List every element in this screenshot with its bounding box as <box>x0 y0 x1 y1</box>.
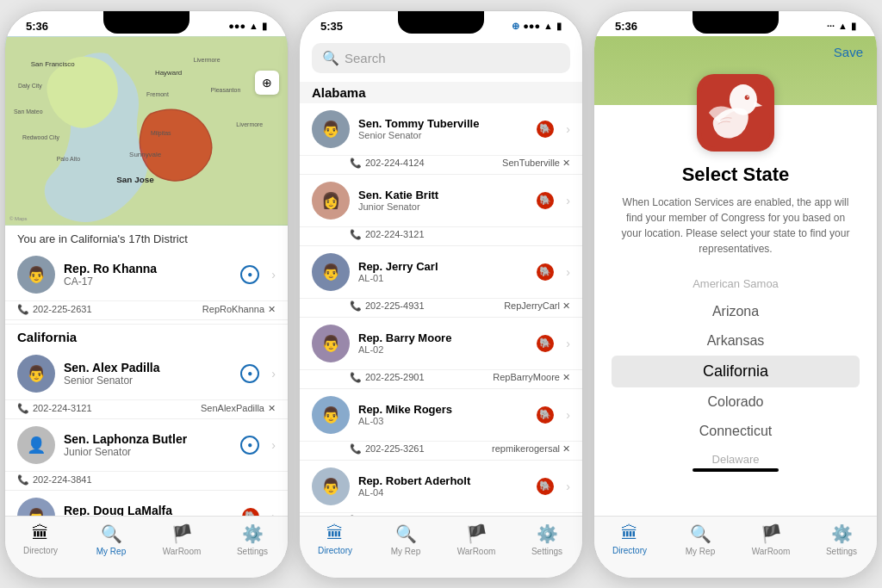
rep-item-butler[interactable]: 👤 Sen. Laphonza Butler Junior Senator ● … <box>5 419 288 472</box>
twitter-carl: RepJerryCarl ✕ <box>504 300 570 312</box>
party-aderholt: 🐘 <box>537 478 554 495</box>
state-option-american-samoa[interactable]: American Samoa <box>594 270 877 297</box>
info-butler: Sen. Laphonza Butler Junior Senator <box>64 432 232 458</box>
battery-icon-1: ▮ <box>262 21 267 32</box>
tab-myrep-1[interactable]: 🔍 My Rep <box>76 523 146 556</box>
avatar-aderholt: 👨 <box>312 467 350 505</box>
dir-rep-rogers[interactable]: 👨 Rep. Mike Rogers AL-03 🐘 › <box>300 389 582 442</box>
tab-bar-2: 🏛 Directory 🔍 My Rep 🏴 WarRoom ⚙️ Settin… <box>300 516 582 578</box>
tab-myrep-label-3: My Rep <box>686 547 715 556</box>
location-button[interactable]: ⊕ <box>255 71 279 95</box>
section-header-alabama: Alabama <box>300 82 582 103</box>
twitter-icon-khanna: ✕ <box>268 304 276 315</box>
twitter-tuberville: SenTuberville ✕ <box>502 158 570 169</box>
phone-num-moore: 202-225-2901 <box>365 372 425 382</box>
twitter-icon-padilla: ✕ <box>268 403 276 414</box>
dir-rep-britt[interactable]: 👩 Sen. Katie Britt Junior Senator 🐘 › <box>300 175 582 227</box>
phone-num-khanna: 202-225-2631 <box>33 304 92 314</box>
status-time-2: 5:35 <box>320 20 343 33</box>
tab-warroom-2[interactable]: 🏴 WarRoom <box>441 523 512 556</box>
tab-directory-2[interactable]: 🏛 Directory <box>300 523 370 555</box>
chevron-aderholt: › <box>566 480 570 493</box>
chevron-tuberville: › <box>566 122 570 136</box>
avatar-moore: 👨 <box>312 325 350 362</box>
state-option-arkansas[interactable]: Arkansas <box>594 326 877 356</box>
title-butler: Junior Senator <box>64 446 232 458</box>
tab-directory-label-2: Directory <box>318 546 352 555</box>
phone-khanna: 📞 202-225-2631 RepRoKhanna ✕ <box>5 301 288 320</box>
title-khanna: CA-17 <box>64 275 232 288</box>
battery-icon-2: ▮ <box>556 21 562 32</box>
svg-text:San Francisco: San Francisco <box>31 60 75 68</box>
tab-settings-label-1: Settings <box>237 547 268 556</box>
wifi-icon-1: ▲ <box>249 21 258 31</box>
location-status-icon: ⊕ <box>512 21 519 32</box>
map-svg: San Francisco Daly City San Mateo Haywar… <box>5 36 288 226</box>
phone-num-rogers: 202-225-3261 <box>365 443 425 454</box>
tab-warroom-label-2: WarRoom <box>457 547 496 556</box>
phone-num-carl: 202-225-4931 <box>365 300 425 311</box>
twitter-padilla: SenAlexPadilla ✕ <box>201 403 276 414</box>
tab-myrep-label-1: My Rep <box>96 547 126 556</box>
dir-rep-moore[interactable]: 👨 Rep. Barry Moore AL-02 🐘 › <box>300 318 582 370</box>
tab-warroom-3[interactable]: 🏴 WarRoom <box>736 523 806 556</box>
tab-myrep-icon-1: 🔍 <box>101 523 122 544</box>
state-option-connecticut[interactable]: Connecticut <box>594 417 877 446</box>
app-icon-area <box>594 74 877 152</box>
dir-rep-aderholt[interactable]: 👨 Rep. Robert Aderholt AL-04 🐘 › <box>300 461 582 513</box>
signal-icon-1: ●●● <box>228 21 245 31</box>
name-moore: Rep. Barry Moore <box>358 331 528 344</box>
phones-container: 5:36 ●●● ▲ ▮ <box>4 10 878 579</box>
tab-settings-icon-2: ⚙️ <box>537 523 558 544</box>
twitter-rogers: repmikerogersal ✕ <box>492 443 570 455</box>
dir-rep-carl[interactable]: 👨 Rep. Jerry Carl AL-01 🐘 › <box>300 246 582 299</box>
state-option-colorado[interactable]: Colorado <box>594 387 877 417</box>
avatar-britt: 👩 <box>312 182 350 220</box>
search-bar[interactable]: 🔍 Search <box>312 43 570 73</box>
tab-myrep-2[interactable]: 🔍 My Rep <box>370 523 441 556</box>
rep-item-khanna[interactable]: 👨 Rep. Ro Khanna CA-17 ● › <box>5 249 288 301</box>
tab-settings-3[interactable]: ⚙️ Settings <box>806 523 877 556</box>
phone-num-tuberville: 202-224-4124 <box>365 158 425 168</box>
chevron-butler: › <box>271 438 276 452</box>
tab-directory-3[interactable]: 🏛 Directory <box>594 523 665 555</box>
info-khanna: Rep. Ro Khanna CA-17 <box>64 262 232 288</box>
tab-settings-2[interactable]: ⚙️ Settings <box>512 523 582 556</box>
state-option-arizona[interactable]: Arizona <box>594 297 877 326</box>
app-icon <box>697 74 774 152</box>
state-picker[interactable]: American Samoa Arizona Arkansas Californ… <box>594 270 877 473</box>
tab-bar-1: 🏛 Directory 🔍 My Rep 🏴 WarRoom ⚙️ Settin… <box>5 516 288 578</box>
chevron-padilla: › <box>271 367 276 381</box>
tab-warroom-1[interactable]: 🏴 WarRoom <box>146 523 217 556</box>
avatar-khanna: 👨 <box>17 256 55 294</box>
save-button[interactable]: Save <box>834 45 863 59</box>
info-britt: Sen. Katie Britt Junior Senator <box>358 189 528 212</box>
tab-myrep-3[interactable]: 🔍 My Rep <box>665 523 736 556</box>
phone-butler: 📞 202-224-3841 <box>5 472 288 491</box>
tab-directory-1[interactable]: 🏛 Directory <box>5 523 76 555</box>
info-carl: Rep. Jerry Carl AL-01 <box>358 260 528 283</box>
tab-settings-icon-1: ⚙️ <box>242 523 264 544</box>
status-icons-1: ●●● ▲ ▮ <box>228 21 267 32</box>
search-placeholder: Search <box>345 51 386 65</box>
rep-item-padilla[interactable]: 👨 Sen. Alex Padilla Senior Senator ● › <box>5 348 288 400</box>
svg-text:Milpitas: Milpitas <box>151 129 171 136</box>
state-option-california[interactable]: California <box>612 356 860 387</box>
phone-icon-tuberville: 📞 <box>350 158 362 169</box>
phone-icon-khanna: 📞 <box>17 304 29 315</box>
name-butler: Sen. Laphonza Butler <box>64 432 232 446</box>
phone-num-butler: 202-224-3841 <box>33 474 92 485</box>
district-header: You are in California's 17th District <box>5 226 288 249</box>
svg-text:Redwood City: Redwood City <box>22 133 60 140</box>
svg-text:Fremont: Fremont <box>146 91 169 97</box>
dir-rep-tuberville[interactable]: 👨 Sen. Tommy Tuberville Senior Senator 🐘… <box>300 103 582 156</box>
tab-settings-1[interactable]: ⚙️ Settings <box>217 523 288 556</box>
notch-2 <box>398 11 484 34</box>
twitter-handle-padilla: SenAlexPadilla <box>201 403 264 413</box>
map-background: San Francisco Daly City San Mateo Haywar… <box>5 36 288 226</box>
title-britt: Junior Senator <box>358 201 528 212</box>
twitter-moore: RepBarryMoore ✕ <box>493 372 570 383</box>
section-header-california-1: California <box>5 324 288 348</box>
info-rogers: Rep. Mike Rogers AL-03 <box>358 403 528 426</box>
phone-select-state: 5:36 ··· ▲ ▮ Save <box>593 10 878 579</box>
